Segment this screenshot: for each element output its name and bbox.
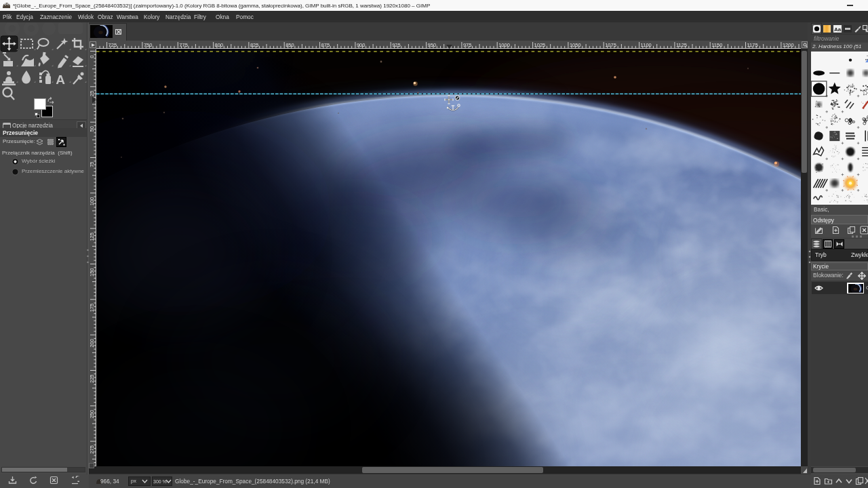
- svg-text:275: 275: [89, 445, 95, 454]
- svg-text:750: 750: [144, 42, 153, 48]
- svg-text:1000: 1000: [498, 42, 510, 48]
- svg-text:900: 900: [357, 42, 366, 48]
- svg-text:825: 825: [250, 42, 259, 48]
- svg-text:1150: 1150: [711, 42, 722, 48]
- svg-text:1050: 1050: [570, 42, 581, 48]
- svg-text:125: 125: [89, 232, 95, 241]
- svg-text:Aa: Aa: [834, 26, 842, 32]
- svg-text:25: 25: [89, 91, 95, 96]
- svg-text:175: 175: [89, 304, 95, 312]
- svg-text:950: 950: [428, 42, 437, 48]
- svg-text:0: 0: [89, 56, 95, 58]
- svg-text:775: 775: [179, 42, 188, 48]
- svg-text:1200: 1200: [783, 42, 794, 48]
- svg-text:75: 75: [89, 162, 95, 167]
- svg-text:100: 100: [89, 197, 95, 206]
- svg-text:150: 150: [89, 268, 95, 277]
- svg-text:1125: 1125: [676, 42, 687, 48]
- svg-text:1175: 1175: [747, 42, 758, 48]
- svg-text:1100: 1100: [641, 42, 652, 48]
- svg-text:50: 50: [89, 126, 95, 131]
- svg-text:925: 925: [392, 42, 401, 48]
- svg-text:A: A: [56, 73, 65, 87]
- svg-text:200: 200: [89, 339, 95, 348]
- svg-text:225: 225: [89, 375, 95, 384]
- svg-text:875: 875: [321, 42, 330, 48]
- svg-text:725: 725: [108, 42, 117, 48]
- svg-text:1075: 1075: [605, 42, 616, 48]
- svg-text:800: 800: [215, 42, 224, 48]
- svg-text:250: 250: [89, 410, 95, 419]
- svg-text:975: 975: [463, 42, 472, 48]
- svg-text:850: 850: [285, 42, 294, 48]
- svg-text:1025: 1025: [534, 42, 546, 48]
